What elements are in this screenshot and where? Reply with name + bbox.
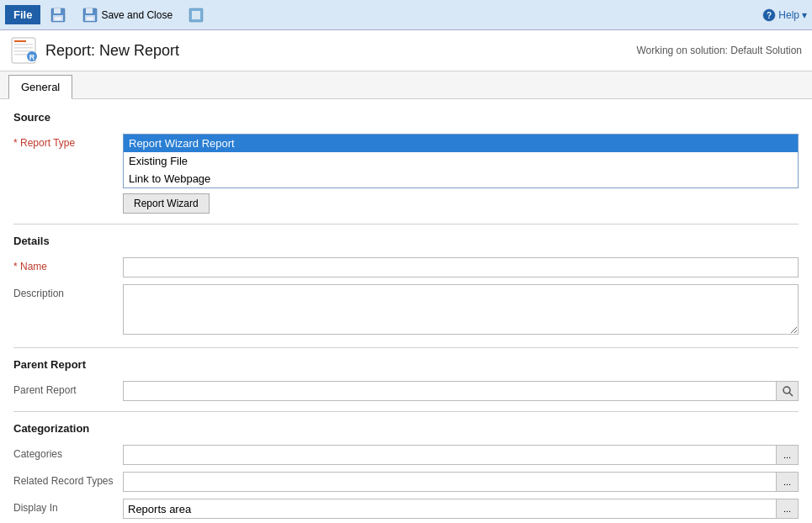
parent-report-field (123, 381, 799, 401)
report-type-label: Report Type (13, 134, 123, 149)
save-icon (50, 7, 66, 24)
categorization-section: Categorization Categories ... Related Re… (13, 422, 799, 523)
report-page-icon: R (10, 37, 37, 64)
display-in-ellipsis-button[interactable]: ... (777, 499, 799, 519)
parent-report-section: Parent Report Parent Report (13, 358, 799, 401)
description-field (123, 284, 799, 337)
report-type-listbox[interactable]: Report Wizard Report Existing File Link … (123, 134, 799, 188)
save-and-close-icon (82, 7, 98, 24)
details-divider (13, 347, 799, 348)
save-and-close-button[interactable]: Save and Close (76, 3, 178, 27)
related-record-types-input[interactable] (123, 472, 777, 492)
report-type-row: Report Type Report Wizard Report Existin… (13, 134, 799, 214)
extra-icon (188, 7, 204, 24)
source-divider (13, 224, 799, 225)
svg-text:R: R (29, 53, 35, 61)
parent-report-lookup-button[interactable] (777, 381, 799, 401)
save-button[interactable] (44, 3, 72, 27)
lookup-icon (782, 385, 793, 397)
svg-rect-3 (55, 17, 61, 20)
related-record-types-row: Related Record Types ... (13, 472, 799, 492)
display-in-row: Display In Reports area ... (13, 499, 799, 519)
working-on-label: Working on solution: Default Solution (636, 45, 802, 56)
svg-rect-9 (192, 11, 200, 19)
tab-bar: General (0, 71, 812, 99)
categorization-section-header: Categorization (13, 422, 799, 436)
help-label: Help (778, 9, 799, 21)
toolbar: File Save and Close ? Help ▾ (0, 0, 812, 30)
display-in-input[interactable]: Reports area (123, 499, 777, 519)
svg-rect-17 (14, 54, 28, 55)
listbox-item-link-webpage[interactable]: Link to Webpage (124, 170, 798, 188)
svg-rect-5 (86, 8, 93, 13)
related-record-types-ellipsis-button[interactable]: ... (777, 472, 799, 492)
parent-report-input[interactable] (123, 381, 777, 401)
svg-rect-15 (14, 47, 33, 49)
parent-report-label: Parent Report (13, 381, 123, 396)
svg-rect-16 (14, 50, 33, 52)
display-in-field: Reports area ... (123, 499, 799, 519)
parent-report-row: Parent Report (13, 381, 799, 401)
categories-label: Categories (13, 445, 123, 460)
svg-rect-13 (14, 40, 26, 42)
svg-rect-1 (54, 8, 61, 13)
source-section: Source Report Type Report Wizard Report … (13, 111, 799, 214)
name-row: Name (13, 257, 799, 277)
categories-field: ... (123, 445, 799, 465)
parent-report-divider (13, 411, 799, 412)
svg-line-21 (789, 393, 793, 396)
svg-rect-14 (14, 44, 33, 45)
file-button[interactable]: File (5, 5, 40, 24)
categories-input[interactable] (123, 445, 777, 465)
name-input[interactable] (123, 257, 799, 277)
main-content: Source Report Type Report Wizard Report … (0, 99, 812, 523)
categories-row: Categories ... (13, 445, 799, 465)
categories-ellipsis-button[interactable]: ... (777, 445, 799, 465)
related-record-types-field: ... (123, 472, 799, 492)
extra-toolbar-button[interactable] (182, 3, 210, 27)
description-row: Description (13, 284, 799, 337)
report-type-field: Report Wizard Report Existing File Link … (123, 134, 799, 214)
name-field (123, 257, 799, 277)
help-button[interactable]: ? Help ▾ (762, 8, 807, 22)
svg-text:?: ? (767, 11, 772, 20)
page-header: R Report: New Report Working on solution… (0, 30, 812, 71)
report-wizard-button[interactable]: Report Wizard (123, 193, 210, 214)
details-section: Details Name Description (13, 235, 799, 337)
display-in-label: Display In (13, 499, 123, 514)
description-input[interactable] (123, 284, 799, 335)
svg-rect-7 (87, 17, 93, 20)
save-and-close-label: Save and Close (101, 9, 172, 21)
listbox-item-report-wizard[interactable]: Report Wizard Report (124, 135, 798, 152)
tab-general[interactable]: General (8, 75, 72, 99)
details-section-header: Details (13, 235, 799, 249)
help-dropdown-arrow: ▾ (802, 9, 807, 21)
help-icon: ? (762, 8, 776, 22)
parent-report-section-header: Parent Report (13, 358, 799, 372)
listbox-item-existing-file[interactable]: Existing File (124, 152, 798, 170)
svg-point-20 (783, 387, 790, 394)
related-record-types-label: Related Record Types (13, 472, 123, 487)
name-label: Name (13, 257, 123, 272)
description-label: Description (13, 284, 123, 299)
source-section-header: Source (13, 111, 799, 125)
page-title: Report: New Report (45, 42, 179, 60)
